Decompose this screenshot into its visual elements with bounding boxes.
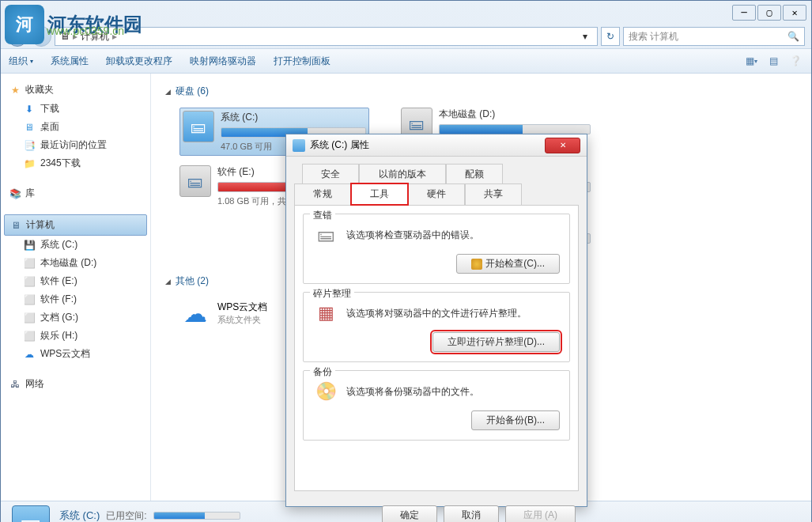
check-now-button[interactable]: 开始检查(C)... (456, 254, 560, 274)
tab-tools[interactable]: 工具 (351, 183, 408, 205)
defrag-text: 该选项将对驱动器中的文件进行碎片整理。 (346, 307, 560, 320)
watermark-url: www.pc0359.cn (47, 25, 124, 37)
close-button[interactable]: ✕ (783, 5, 806, 21)
minimize-button[interactable]: ─ (732, 5, 756, 21)
organize-menu[interactable]: 组织▾ (9, 55, 33, 68)
sidebar-drive-e[interactable]: ⬜软件 (E:) (4, 272, 147, 290)
backup-icon: 📀 (313, 379, 338, 404)
search-icon[interactable]: 🔍 (787, 31, 799, 42)
download-icon: ⬇ (23, 103, 36, 115)
drive-icon: 💾 (23, 239, 36, 252)
system-properties-button[interactable]: 系统属性 (51, 55, 89, 68)
sidebar-item-downloads[interactable]: ⬇下载 (4, 100, 147, 118)
favorites-header[interactable]: ★ 收藏夹 (4, 80, 147, 100)
control-panel-button[interactable]: 打开控制面板 (274, 55, 330, 68)
uninstall-button[interactable]: 卸载或更改程序 (106, 55, 172, 68)
defrag-icon: ▦ (313, 301, 338, 326)
tab-hardware[interactable]: 硬件 (408, 183, 465, 205)
view-icon[interactable]: ▦▾ (743, 53, 759, 69)
drive-icon: ⬜ (23, 293, 36, 306)
collapse-icon: ◢ (165, 278, 171, 286)
dialog-titlebar[interactable]: 系统 (C:) 属性 ✕ (286, 134, 587, 157)
drive-icon: 🖴 (183, 111, 214, 142)
tab-quota[interactable]: 配额 (446, 164, 503, 184)
toolbar: 组织▾ 系统属性 卸载或更改程序 映射网络驱动器 打开控制面板 ▦▾ ▤ ❔ (1, 48, 811, 74)
status-used-label: 已用空间: (106, 509, 146, 523)
defrag-now-button[interactable]: 立即进行碎片整理(D)... (432, 332, 560, 352)
cancel-button[interactable]: 取消 (444, 505, 499, 522)
maximize-button[interactable]: ▢ (757, 5, 781, 21)
library-icon: 📚 (9, 187, 21, 200)
sidebar-drive-d[interactable]: ⬜本地磁盘 (D:) (4, 254, 147, 272)
status-name: 系统 (C:) (59, 509, 100, 522)
computer-header[interactable]: 🖥 计算机 (4, 214, 147, 236)
drive-icon: ⬜ (23, 330, 36, 342)
other-sublabel: 系统文件夹 (217, 314, 267, 326)
preview-pane-icon[interactable]: ▤ (765, 53, 781, 69)
sidebar-drive-f[interactable]: ⬜软件 (F:) (4, 290, 147, 308)
check-disk-icon: 🖴 (313, 222, 338, 248)
check-legend: 查错 (310, 209, 335, 222)
star-icon: ★ (9, 84, 21, 96)
search-placeholder: 搜索 计算机 (629, 30, 678, 44)
defrag-legend: 碎片整理 (310, 287, 354, 301)
drive-icon: ⬜ (23, 275, 36, 288)
status-drive-icon: 🖴 (12, 505, 50, 523)
collapse-icon: ◢ (165, 88, 171, 96)
sidebar-drive-c[interactable]: 💾系统 (C:) (4, 236, 147, 254)
dialog-close-button[interactable]: ✕ (545, 138, 580, 153)
drive-icon: ⬜ (23, 257, 36, 270)
tab-general[interactable]: 常规 (294, 183, 351, 205)
status-usage-bar (153, 512, 240, 520)
sidebar-drive-h[interactable]: ⬜娱乐 (H:) (4, 327, 147, 345)
navigation-sidebar: ★ 收藏夹 ⬇下载 🖥桌面 📑最近访问的位置 📁2345下载 📚 库 🖥 计算机… (1, 74, 151, 501)
backup-now-button[interactable]: 开始备份(B)... (471, 410, 560, 430)
drive-label: 本地磁盘 (D:) (439, 108, 591, 121)
sidebar-item-desktop[interactable]: 🖥桌面 (4, 118, 147, 136)
tab-previous-versions[interactable]: 以前的版本 (359, 164, 446, 184)
desktop-icon: 🖥 (23, 121, 36, 134)
cloud-icon: ☁ (23, 348, 36, 361)
check-group: 查错 🖴 该选项将检查驱动器中的错误。 开始检查(C)... (303, 214, 570, 284)
network-header[interactable]: 🖧 网络 (4, 374, 147, 394)
defrag-group: 碎片整理 ▦ 该选项将对驱动器中的文件进行碎片整理。 立即进行碎片整理(D)..… (303, 292, 570, 362)
help-icon[interactable]: ❔ (787, 53, 803, 69)
drive-icon: ⬜ (23, 312, 36, 324)
watermark-logo: 河 (5, 5, 44, 44)
drive-icon: 🖴 (179, 165, 211, 197)
recent-icon: 📑 (23, 139, 36, 152)
sidebar-drive-g[interactable]: ⬜文档 (G:) (4, 308, 147, 327)
breadcrumb-dropdown[interactable]: ▾ (578, 28, 592, 45)
refresh-button[interactable]: ↻ (601, 27, 620, 46)
ok-button[interactable]: 确定 (382, 505, 437, 522)
cloud-icon: ☁ (179, 297, 211, 329)
shield-icon (471, 259, 482, 270)
library-header[interactable]: 📚 库 (4, 183, 147, 203)
computer-icon: 🖥 (9, 219, 22, 232)
search-input[interactable]: 搜索 计算机 🔍 (623, 27, 805, 46)
folder-icon: 📁 (23, 157, 36, 170)
tab-sharing[interactable]: 共享 (465, 183, 522, 205)
sidebar-wps-cloud[interactable]: ☁WPS云文档 (4, 345, 147, 363)
check-text: 该选项将检查驱动器中的错误。 (346, 229, 560, 242)
dialog-title-icon (293, 139, 305, 152)
backup-text: 该选项将备份驱动器中的文件。 (346, 385, 560, 399)
other-item-wps[interactable]: ☁ WPS云文档 系统文件夹 (179, 297, 267, 329)
drive-label: 系统 (C:) (221, 111, 366, 124)
dialog-title-text: 系统 (C:) 属性 (310, 138, 369, 152)
sidebar-item-2345[interactable]: 📁2345下载 (4, 154, 147, 172)
network-icon: 🖧 (9, 378, 21, 391)
backup-legend: 备份 (310, 365, 335, 379)
sidebar-item-recent[interactable]: 📑最近访问的位置 (4, 136, 147, 154)
properties-dialog: 系统 (C:) 属性 ✕ 安全 以前的版本 配额 常规 工具 硬件 共享 查错 … (285, 134, 587, 507)
backup-group: 备份 📀 该选项将备份驱动器中的文件。 开始备份(B)... (303, 370, 570, 441)
apply-button[interactable]: 应用 (A) (505, 505, 576, 522)
hdd-section-header[interactable]: ◢ 硬盘 (6) (165, 81, 797, 101)
tab-security[interactable]: 安全 (302, 164, 359, 184)
other-label: WPS云文档 (217, 301, 267, 314)
map-drive-button[interactable]: 映射网络驱动器 (190, 55, 256, 68)
